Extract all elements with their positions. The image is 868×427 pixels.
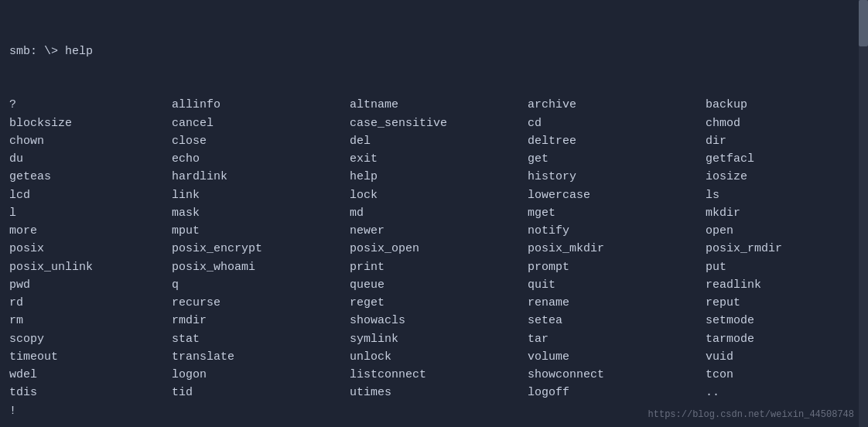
command-cell: tdis	[9, 384, 172, 401]
command-cell: readlink	[706, 276, 868, 294]
command-cell: more	[9, 222, 172, 240]
command-cell: stat	[172, 330, 350, 348]
command-cell: posix	[9, 240, 172, 258]
command-cell: open	[706, 222, 868, 240]
command-cell: archive	[528, 96, 706, 114]
command-cell: notify	[528, 222, 706, 240]
command-cell: mput	[172, 222, 350, 240]
command-cell: translate	[172, 348, 350, 366]
command-cell: showacls	[350, 312, 528, 330]
command-cell: rmdir	[172, 312, 350, 330]
command-cell: geteas	[9, 168, 172, 186]
command-cell: queue	[350, 276, 528, 294]
command-cell: posix_rmdir	[706, 240, 868, 258]
command-cell: lock	[350, 186, 528, 204]
command-cell: listconnect	[350, 366, 528, 384]
command-grid: ?allinfoaltnamearchivebackupblocksizecan…	[9, 96, 859, 420]
command-cell: chmod	[706, 114, 868, 132]
command-cell: setea	[528, 312, 706, 330]
command-cell: wdel	[9, 366, 172, 384]
command-cell: posix_encrypt	[172, 240, 350, 258]
command-cell: cd	[528, 114, 706, 132]
command-cell	[172, 402, 350, 420]
command-cell: tcon	[706, 366, 868, 384]
command-cell: posix_whoami	[172, 258, 350, 276]
command-cell: du	[9, 150, 172, 168]
command-cell: chown	[9, 132, 172, 150]
command-cell: ..	[706, 384, 868, 401]
command-cell: q	[172, 276, 350, 294]
command-cell: timeout	[9, 348, 172, 366]
command-cell: altname	[350, 96, 528, 114]
command-cell: newer	[350, 222, 528, 240]
command-cell: blocksize	[9, 114, 172, 132]
command-cell: prompt	[528, 258, 706, 276]
command-cell: mkdir	[706, 204, 868, 222]
command-cell: tid	[172, 384, 350, 401]
command-cell: reput	[706, 294, 868, 312]
command-cell: setmode	[706, 312, 868, 330]
command-cell: posix_mkdir	[528, 240, 706, 258]
command-cell: quit	[528, 276, 706, 294]
scrollbar[interactable]	[859, 0, 868, 427]
command-cell: allinfo	[172, 96, 350, 114]
terminal-window: smb: \> help ?allinfoaltnamearchivebacku…	[0, 0, 868, 427]
command-cell: exit	[350, 150, 528, 168]
command-cell: backup	[706, 96, 868, 114]
watermark: https://blog.csdn.net/weixin_44508748	[648, 408, 854, 422]
command-cell: del	[350, 132, 528, 150]
command-cell: showconnect	[528, 366, 706, 384]
command-cell: rd	[9, 294, 172, 312]
command-cell: case_sensitive	[350, 114, 528, 132]
command-cell: hardlink	[172, 168, 350, 186]
command-cell: lowercase	[528, 186, 706, 204]
command-cell: close	[172, 132, 350, 150]
command-cell: cancel	[172, 114, 350, 132]
command-cell: md	[350, 204, 528, 222]
command-cell: mask	[172, 204, 350, 222]
command-cell: link	[172, 186, 350, 204]
command-cell: deltree	[528, 132, 706, 150]
command-cell: print	[350, 258, 528, 276]
prompt-line: smb: \> help	[9, 43, 859, 60]
command-cell: rename	[528, 294, 706, 312]
command-cell: get	[528, 150, 706, 168]
command-cell: ?	[9, 96, 172, 114]
command-cell: getfacl	[706, 150, 868, 168]
command-cell: help	[350, 168, 528, 186]
command-cell: l	[9, 204, 172, 222]
command-cell: vuid	[706, 348, 868, 366]
command-cell: echo	[172, 150, 350, 168]
command-cell	[350, 402, 528, 420]
command-cell: dir	[706, 132, 868, 150]
command-cell: lcd	[9, 186, 172, 204]
command-cell: pwd	[9, 276, 172, 294]
command-cell: tarmode	[706, 330, 868, 348]
command-cell: logoff	[528, 384, 706, 401]
command-cell: !	[9, 402, 172, 420]
command-cell: recurse	[172, 294, 350, 312]
command-cell: scopy	[9, 330, 172, 348]
command-cell: posix_open	[350, 240, 528, 258]
command-cell: ls	[706, 186, 868, 204]
command-cell: tar	[528, 330, 706, 348]
command-cell: logon	[172, 366, 350, 384]
command-cell: volume	[528, 348, 706, 366]
command-cell: rm	[9, 312, 172, 330]
command-cell: posix_unlink	[9, 258, 172, 276]
command-cell: put	[706, 258, 868, 276]
scrollbar-thumb[interactable]	[859, 0, 868, 46]
command-cell: reget	[350, 294, 528, 312]
command-cell: utimes	[350, 384, 528, 401]
command-cell: unlock	[350, 348, 528, 366]
command-cell: history	[528, 168, 706, 186]
command-cell: iosize	[706, 168, 868, 186]
command-cell: symlink	[350, 330, 528, 348]
command-cell: mget	[528, 204, 706, 222]
